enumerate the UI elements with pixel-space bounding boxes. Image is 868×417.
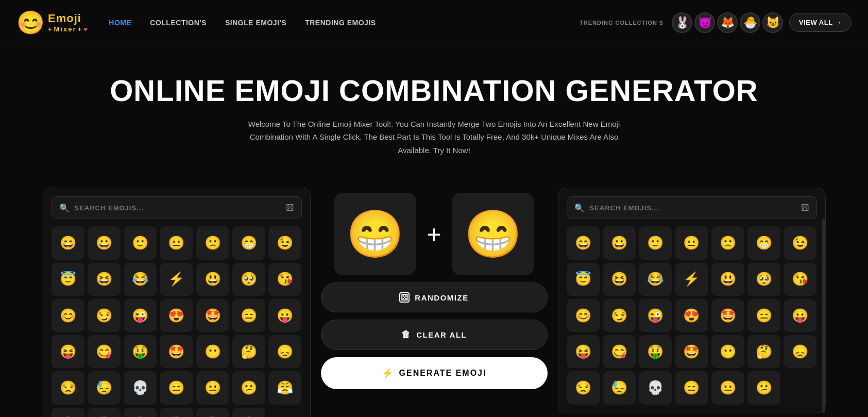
emoji-cell[interactable]: 💀 <box>639 371 672 404</box>
emoji-cell[interactable]: 😒 <box>567 371 600 404</box>
nav-link-single[interactable]: SINGLE EMOJI'S <box>225 19 286 27</box>
trending-avatar-3[interactable]: 🦊 <box>717 12 738 33</box>
emoji-cell[interactable]: 😏 <box>603 299 636 332</box>
emoji-cell[interactable]: 😩 <box>124 408 157 417</box>
emoji-cell[interactable]: 😐 <box>160 226 193 259</box>
emoji-cell[interactable]: 😝 <box>52 335 84 368</box>
emoji-cell[interactable]: 🤔 <box>232 335 265 368</box>
emoji-cell[interactable]: 😍 <box>160 299 193 332</box>
emoji-cell[interactable]: 😇 <box>567 263 600 296</box>
emoji-cell[interactable]: 😑 <box>160 371 193 404</box>
right-dice-icon[interactable]: ⚄ <box>801 202 809 213</box>
emoji-cell[interactable]: 😉 <box>268 226 301 259</box>
emoji-cell[interactable]: 😒 <box>52 371 84 404</box>
emoji-cell[interactable]: 😜 <box>124 299 157 332</box>
trending-avatar-1[interactable]: 🐰 <box>672 12 692 33</box>
emoji-cell[interactable]: 😜 <box>639 299 672 332</box>
emoji-cell[interactable]: 😤 <box>268 371 301 404</box>
emoji-slot-2[interactable]: 😁 <box>452 193 534 275</box>
emoji-cell[interactable]: 😣 <box>88 408 121 417</box>
emoji-cell[interactable]: 😄 <box>567 226 600 259</box>
emoji-slot-1[interactable]: 😁 <box>334 193 416 275</box>
emoji-cell[interactable]: 🥺 <box>232 263 265 296</box>
nav-link-home[interactable]: HOME <box>109 19 131 27</box>
trending-avatar-5[interactable]: 😺 <box>762 12 783 33</box>
emoji-cell[interactable]: 😛 <box>268 299 301 332</box>
emoji-cell[interactable]: 😊 <box>52 299 84 332</box>
emoji-cell[interactable]: 😑 <box>232 299 265 332</box>
nav-link-collections[interactable]: COLLECTION'S <box>150 19 207 27</box>
emoji-cell[interactable]: 🤩 <box>711 299 744 332</box>
emoji-cell[interactable]: 🤑 <box>639 335 672 368</box>
emoji-cell[interactable]: 😁 <box>232 226 265 259</box>
nav-item-single[interactable]: SINGLE EMOJI'S <box>225 18 286 27</box>
right-search-input[interactable] <box>590 204 796 212</box>
clear-all-button[interactable]: 🗑 CLEAR ALL <box>321 320 548 350</box>
emoji-cell[interactable]: 🙁 <box>196 226 229 259</box>
emoji-cell[interactable]: 😇 <box>52 263 84 296</box>
view-all-button[interactable]: VIEW ALL → <box>789 13 852 32</box>
emoji-cell[interactable]: 😃 <box>711 263 744 296</box>
right-search-bar[interactable]: 🔍 ⚄ <box>567 196 817 219</box>
emoji-cell[interactable]: 😂 <box>639 263 672 296</box>
emoji-cell[interactable]: 🙂 <box>639 226 672 259</box>
left-search-bar[interactable]: 🔍 ⚄ <box>52 196 302 219</box>
emoji-cell[interactable]: 😋 <box>603 335 636 368</box>
emoji-cell[interactable]: 😃 <box>196 263 229 296</box>
emoji-cell[interactable]: 🙂 <box>124 226 157 259</box>
randomize-button[interactable]: RANDOMIZE <box>321 282 548 312</box>
emoji-cell[interactable]: 😐 <box>196 371 229 404</box>
emoji-cell[interactable]: 😘 <box>784 263 816 296</box>
emoji-cell[interactable]: 😢 <box>52 408 84 417</box>
emoji-cell[interactable]: 😐 <box>711 371 744 404</box>
emoji-cell[interactable]: 😕 <box>232 371 265 404</box>
emoji-cell[interactable]: 😏 <box>88 299 121 332</box>
emoji-cell[interactable]: ⚡ <box>675 263 708 296</box>
emoji-cell[interactable]: 😛 <box>784 299 816 332</box>
emoji-cell[interactable]: 😓 <box>603 371 636 404</box>
emoji-cell[interactable]: 😤 <box>196 408 229 417</box>
emoji-cell[interactable]: 😊 <box>567 299 600 332</box>
emoji-cell[interactable]: 😶 <box>196 335 229 368</box>
emoji-cell[interactable]: 😍 <box>675 299 708 332</box>
left-search-input[interactable] <box>75 204 281 212</box>
emoji-cell[interactable]: 😭 <box>232 408 265 417</box>
emoji-cell[interactable]: 🥺 <box>747 263 780 296</box>
emoji-cell[interactable]: 😉 <box>784 226 816 259</box>
emoji-cell[interactable]: 😆 <box>603 263 636 296</box>
nav-item-collections[interactable]: COLLECTION'S <box>150 18 207 27</box>
emoji-cell[interactable]: 😋 <box>88 335 121 368</box>
emoji-cell[interactable]: 😀 <box>88 226 121 259</box>
emoji-cell[interactable]: 😞 <box>268 335 301 368</box>
emoji-cell[interactable]: 😘 <box>268 263 301 296</box>
emoji-cell[interactable]: 😄 <box>52 226 84 259</box>
emoji-cell[interactable]: 😑 <box>675 371 708 404</box>
trending-avatar-4[interactable]: 🐣 <box>740 12 760 33</box>
emoji-cell[interactable]: 😕 <box>747 371 780 404</box>
emoji-cell[interactable]: 🤩 <box>196 299 229 332</box>
trending-avatar-2[interactable]: 😈 <box>694 12 715 33</box>
emoji-cell[interactable]: 🤔 <box>747 335 780 368</box>
emoji-cell[interactable]: 🤩 <box>160 335 193 368</box>
emoji-cell[interactable]: 😂 <box>124 263 157 296</box>
emoji-cell[interactable]: 🤑 <box>124 335 157 368</box>
emoji-cell[interactable]: 😫 <box>160 408 193 417</box>
emoji-cell[interactable]: ⚡ <box>160 263 193 296</box>
emoji-cell[interactable]: 😑 <box>747 299 780 332</box>
emoji-cell[interactable]: 💀 <box>124 371 157 404</box>
emoji-cell[interactable]: 😀 <box>603 226 636 259</box>
emoji-cell[interactable]: 😐 <box>675 226 708 259</box>
nav-link-trending[interactable]: TRENDING EMOJIS <box>305 19 376 27</box>
emoji-cell[interactable]: 😓 <box>88 371 121 404</box>
emoji-cell[interactable]: 😁 <box>747 226 780 259</box>
emoji-cell[interactable]: 😝 <box>567 335 600 368</box>
nav-item-trending[interactable]: TRENDING EMOJIS <box>305 18 376 27</box>
emoji-cell[interactable]: 😆 <box>88 263 121 296</box>
emoji-cell[interactable]: 😶 <box>711 335 744 368</box>
generate-button[interactable]: ⚡ GENERATE EMOJI <box>321 357 548 389</box>
emoji-cell[interactable]: 😞 <box>784 335 816 368</box>
emoji-cell[interactable]: 🙁 <box>711 226 744 259</box>
nav-item-home[interactable]: HOME <box>109 18 131 27</box>
left-dice-icon[interactable]: ⚄ <box>286 202 294 213</box>
emoji-cell[interactable]: 🤩 <box>675 335 708 368</box>
